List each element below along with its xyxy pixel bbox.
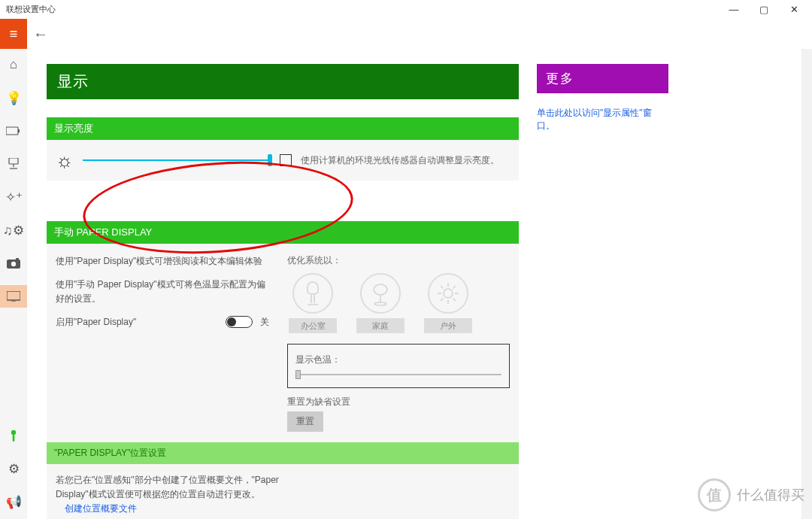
svg-rect-0 <box>6 127 18 135</box>
nav-battery-icon[interactable] <box>0 120 27 142</box>
create-location-profile-link[interactable]: 创建位置概要文件 <box>65 502 510 516</box>
watermark-logo-icon: 值 <box>698 478 731 511</box>
scene-office-label: 办公室 <box>289 318 337 333</box>
location-header: "PAPER DISPLAY"位置设置 <box>47 442 519 464</box>
nav-user-icon[interactable] <box>0 424 27 447</box>
watermark-text: 什么值得买 <box>737 486 804 504</box>
scene-outdoor-icon[interactable] <box>428 273 468 314</box>
nav-display-icon[interactable] <box>0 285 27 308</box>
scene-office-icon[interactable] <box>292 273 333 314</box>
nav-home-icon[interactable]: ⌂ <box>0 53 27 76</box>
brightness-header: 显示亮度 <box>47 117 519 140</box>
auto-brightness-checkbox[interactable] <box>280 154 292 166</box>
maximize-button[interactable]: ▢ <box>749 0 779 19</box>
display-properties-link[interactable]: 单击此处以访问"显示属性"窗口。 <box>537 93 668 132</box>
watermark: 值 什么值得买 <box>698 478 804 511</box>
paper-toggle[interactable] <box>226 316 253 328</box>
hamburger-menu[interactable]: ≡ <box>0 19 27 49</box>
paper-desc2: 使用"手动 Paper Display"模式可将色温显示配置为偏好的设置。 <box>56 278 269 306</box>
svg-rect-2 <box>9 158 18 164</box>
svg-rect-11 <box>13 435 15 442</box>
svg-point-12 <box>374 284 387 295</box>
nav-settings-icon[interactable]: ⚙ <box>0 457 27 480</box>
svg-point-6 <box>11 262 16 266</box>
nav-rail: ⌂ 💡 ✧⁺ ♫⚙ ⚙ 📢 <box>0 49 27 519</box>
brightness-slider[interactable] <box>83 159 271 161</box>
paper-toggle-state: 关 <box>260 316 269 329</box>
svg-rect-8 <box>7 291 20 300</box>
window-title: 联想设置中心 <box>3 4 56 15</box>
scene-outdoor-label: 户外 <box>424 318 472 333</box>
svg-line-21 <box>453 299 456 302</box>
color-temp-box: 显示色温： <box>287 344 510 388</box>
color-temp-thumb[interactable] <box>295 370 301 379</box>
minimize-button[interactable]: — <box>719 0 749 19</box>
optimize-label: 优化系统以： <box>287 254 510 267</box>
paper-enable-label: 启用"Paper Display" <box>56 316 136 329</box>
nav-feedback-icon[interactable]: 📢 <box>0 490 27 513</box>
brightness-panel: 显示亮度 ☼ 使用计算机的环境光线传感器自动调整显示亮度。 <box>47 117 519 181</box>
more-header: 更多 <box>537 64 668 93</box>
svg-rect-1 <box>18 129 20 132</box>
svg-point-14 <box>374 302 386 305</box>
svg-point-15 <box>444 289 453 298</box>
nav-update-icon[interactable]: ✧⁺ <box>0 186 27 208</box>
nav-bulb-icon[interactable]: 💡 <box>0 86 27 109</box>
nav-camera-icon[interactable] <box>0 252 27 275</box>
location-desc: 若您已在"位置感知"部分中创建了位置概要文件，"Paper Display"模式… <box>56 473 281 502</box>
nav-network-icon[interactable] <box>0 153 27 175</box>
color-temp-slider[interactable] <box>295 374 501 375</box>
color-temp-label: 显示色温： <box>295 354 501 366</box>
paper-header: 手动 PAPER DISPLAY <box>47 221 519 244</box>
svg-line-20 <box>441 286 444 289</box>
svg-line-22 <box>441 299 444 302</box>
section-display: 显示 <box>47 64 519 99</box>
auto-brightness-label: 使用计算机的环境光线传感器自动调整显示亮度。 <box>301 156 499 165</box>
nav-audio-icon[interactable]: ♫⚙ <box>0 219 27 241</box>
back-button[interactable]: ← <box>27 19 54 49</box>
reset-label: 重置为缺省设置 <box>287 396 510 408</box>
svg-rect-7 <box>16 258 19 260</box>
brightness-icon: ☼ <box>56 150 74 170</box>
svg-point-10 <box>11 430 16 435</box>
vertical-scrollbar[interactable] <box>801 49 812 519</box>
reset-button[interactable]: 重置 <box>287 411 323 432</box>
page-title: 显示 <box>47 64 519 99</box>
svg-line-23 <box>453 286 456 289</box>
paper-desc1: 使用"Paper Display"模式可增强阅读和文本编辑体验 <box>56 254 269 269</box>
close-button[interactable]: ✕ <box>779 0 809 19</box>
brightness-slider-thumb[interactable] <box>268 154 272 166</box>
scene-home-icon[interactable] <box>360 273 401 314</box>
paper-display-panel: 手动 PAPER DISPLAY 使用"Paper Display"模式可增强阅… <box>47 221 519 519</box>
scene-home-label: 家庭 <box>356 318 404 333</box>
